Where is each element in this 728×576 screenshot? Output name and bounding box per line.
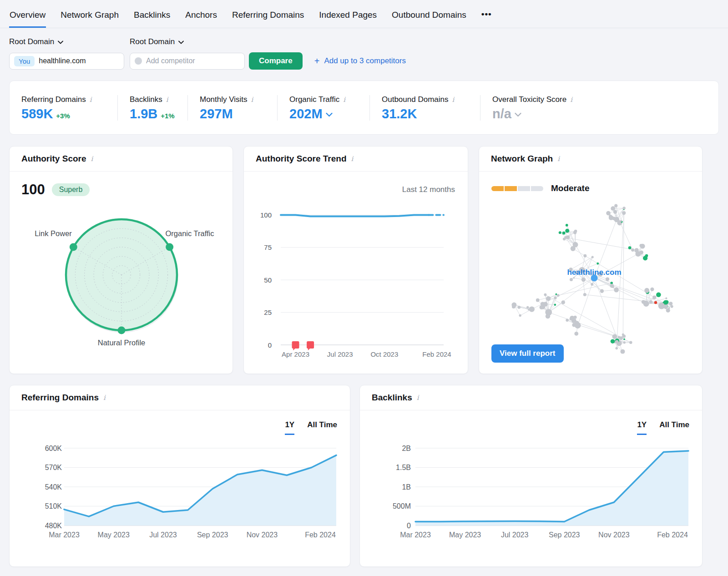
- toggle-1y[interactable]: 1Y: [637, 420, 647, 435]
- authority-score-trend-card: Authority Score Trend i Last 12 months 0…: [243, 146, 468, 374]
- svg-text:75: 75: [264, 243, 272, 251]
- score-rating-badge: Superb: [52, 183, 90, 196]
- primary-domain-type-select[interactable]: Root Domain: [9, 37, 130, 46]
- metric-delta: +1%: [161, 112, 174, 121]
- card-title: Authority Score Trend: [256, 154, 347, 164]
- info-icon[interactable]: i: [452, 96, 454, 104]
- svg-text:0: 0: [407, 522, 411, 530]
- meter-segment: [505, 186, 517, 191]
- radar-axis-link-power: Link Power: [33, 229, 74, 238]
- info-icon[interactable]: i: [90, 96, 92, 104]
- svg-text:510K: 510K: [45, 502, 62, 510]
- info-icon[interactable]: i: [91, 155, 93, 163]
- you-domain-value[interactable]: [39, 57, 119, 65]
- competitor-domain-type-select[interactable]: Root Domain: [130, 37, 250, 46]
- competitor-input[interactable]: [146, 57, 240, 65]
- chevron-down-icon[interactable]: [515, 111, 521, 121]
- info-icon[interactable]: i: [417, 394, 419, 402]
- bottom-cards-row: Referring Domains i 1Y All Time 480K510K…: [9, 385, 719, 567]
- svg-text:Mar 2023: Mar 2023: [49, 531, 80, 539]
- info-icon[interactable]: i: [103, 394, 106, 402]
- info-icon[interactable]: i: [251, 96, 253, 104]
- more-tabs-button[interactable]: •••: [481, 1, 492, 28]
- toggle-all-time[interactable]: All Time: [659, 420, 689, 435]
- info-icon[interactable]: i: [166, 96, 168, 104]
- competitor-input-wrap[interactable]: [130, 53, 245, 70]
- svg-text:50: 50: [264, 276, 272, 284]
- svg-text:Jul 2023: Jul 2023: [327, 350, 353, 358]
- radar-axis-organic-traffic: Organic Traffic: [162, 229, 217, 238]
- svg-text:480K: 480K: [45, 522, 62, 530]
- svg-text:500M: 500M: [393, 502, 411, 510]
- svg-text:Feb 2024: Feb 2024: [657, 531, 688, 539]
- metric-value[interactable]: 297M: [200, 107, 233, 121]
- middle-cards-row: Authority Score i 100 Superb Link Power …: [9, 146, 719, 374]
- card-title: Authority Score: [21, 154, 86, 164]
- view-full-report-button[interactable]: View full report: [491, 344, 564, 363]
- add-competitors-link[interactable]: + Add up to 3 competitors: [314, 56, 406, 66]
- trend-range-label: Last 12 months: [402, 185, 455, 194]
- svg-text:May 2023: May 2023: [98, 531, 130, 539]
- metric-value[interactable]: 202M: [289, 107, 323, 121]
- you-domain-input[interactable]: You: [9, 53, 124, 70]
- tab-outbound-domains[interactable]: Outbound Domains: [391, 2, 467, 28]
- metric-label: Monthly Visits: [200, 95, 248, 104]
- metric-value[interactable]: n/a: [492, 107, 511, 121]
- info-icon[interactable]: i: [557, 155, 560, 163]
- tab-indexed-pages[interactable]: Indexed Pages: [318, 2, 377, 28]
- toggle-all-time[interactable]: All Time: [307, 420, 337, 435]
- tab-network-graph[interactable]: Network Graph: [60, 2, 119, 28]
- card-title: Backlinks: [372, 393, 412, 403]
- svg-text:Mar 2023: Mar 2023: [400, 531, 431, 539]
- chevron-down-icon[interactable]: [326, 111, 333, 121]
- metric-label: Organic Traffic: [289, 95, 339, 104]
- metric-label: Overall Toxicity Score: [492, 95, 566, 104]
- metric-value[interactable]: 31.2K: [382, 107, 417, 121]
- metric-delta: +3%: [56, 112, 70, 121]
- metric-monthly-visits: Monthly Visitsi 297M: [187, 95, 277, 121]
- meter-rating-label: Moderate: [551, 183, 589, 193]
- metric-backlinks: Backlinksi 1.9B+1%: [117, 95, 187, 121]
- domain-type-row: Root Domain Root Domain: [9, 37, 719, 46]
- meter-segment: [531, 186, 543, 191]
- tab-anchors[interactable]: Anchors: [185, 2, 217, 28]
- svg-text:Jul 2023: Jul 2023: [501, 531, 529, 539]
- authority-score-value: 100: [21, 182, 45, 198]
- info-icon[interactable]: i: [343, 96, 345, 104]
- radar-axis-natural-profile: Natural Profile: [76, 338, 167, 348]
- chevron-down-icon: [178, 40, 184, 44]
- meter-segment: [518, 186, 530, 191]
- metric-value[interactable]: 1.9B: [130, 107, 157, 121]
- metric-label: Referring Domains: [21, 95, 86, 104]
- tab-referring-domains[interactable]: Referring Domains: [232, 2, 304, 28]
- svg-text:May 2023: May 2023: [449, 531, 481, 539]
- svg-text:Sep 2023: Sep 2023: [197, 531, 228, 539]
- metric-organic-traffic: Organic Traffici 202M: [277, 95, 369, 121]
- svg-text:2B: 2B: [402, 445, 411, 452]
- info-icon[interactable]: i: [351, 155, 354, 163]
- tab-overview[interactable]: Overview: [9, 2, 46, 28]
- toggle-1y[interactable]: 1Y: [285, 420, 294, 435]
- info-icon[interactable]: i: [570, 96, 572, 104]
- card-title: Network Graph: [491, 154, 553, 164]
- svg-text:600K: 600K: [45, 445, 62, 452]
- referring-domains-card: Referring Domains i 1Y All Time 480K510K…: [9, 385, 350, 567]
- you-badge: You: [14, 56, 35, 66]
- metric-value[interactable]: 589K: [21, 107, 53, 121]
- metric-label: Backlinks: [130, 95, 162, 104]
- add-competitors-label: Add up to 3 competitors: [324, 56, 406, 66]
- svg-text:Sep 2023: Sep 2023: [549, 531, 580, 539]
- metric-label: Outbound Domains: [382, 95, 448, 104]
- svg-text:Apr 2023: Apr 2023: [282, 350, 309, 358]
- authority-score-trend-chart: 0255075100Apr 2023Jul 2023Oct 2023Feb 20…: [244, 205, 468, 362]
- compare-button[interactable]: Compare: [249, 52, 303, 70]
- chevron-down-icon: [58, 40, 63, 44]
- tab-backlinks[interactable]: Backlinks: [133, 2, 171, 28]
- backlinks-card: Backlinks i 1Y All Time 0500M1B1.5B2BMar…: [359, 385, 703, 567]
- svg-text:Nov 2023: Nov 2023: [598, 531, 630, 539]
- primary-domain-type-label: Root Domain: [9, 37, 54, 46]
- svg-text:570K: 570K: [45, 464, 62, 471]
- svg-text:Feb 2024: Feb 2024: [305, 531, 336, 539]
- network-graph-visualization: [479, 199, 703, 358]
- backlinks-chart: 0500M1B1.5B2BMar 2023May 2023Jul 2023Sep…: [360, 438, 703, 547]
